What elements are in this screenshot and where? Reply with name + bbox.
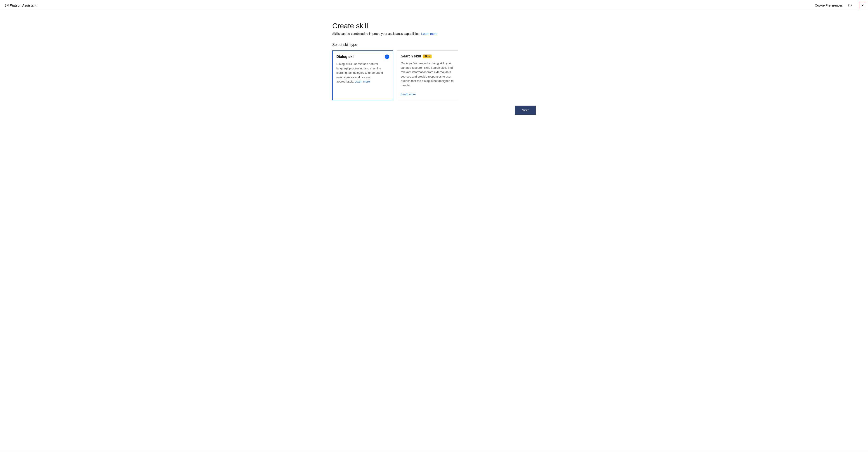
select-skill-label: Select skill type (332, 43, 357, 47)
page-footer (0, 452, 868, 459)
svg-text:?: ? (849, 4, 850, 7)
next-button[interactable]: Next (515, 105, 536, 115)
page-subtitle: Skills can be combined to improve your a… (332, 32, 437, 35)
subtitle-text: Skills can be combined to improve your a… (332, 32, 420, 35)
main-content: Create skill Skills can be combined to i… (332, 11, 536, 115)
skill-cards-container: Dialog skill ✓ Dialog skills use Watson … (332, 51, 536, 100)
dialog-card-title: Dialog skill (336, 55, 355, 59)
product-label: Watson Assistant (10, 4, 36, 7)
header-right-area: Cookie Preferences ? (815, 2, 864, 9)
selected-check-icon: ✓ (385, 55, 389, 59)
search-learn-more-link[interactable]: Learn more (401, 92, 416, 96)
plus-badge: Plus (423, 55, 432, 58)
ibm-label: IBM (4, 4, 9, 7)
modal-close-container: ✕ (859, 2, 866, 9)
app-header: IBM Watson Assistant Cookie Preferences … (0, 0, 868, 11)
header-brand-area: IBM Watson Assistant (4, 4, 36, 7)
search-card-title: Search skill (401, 54, 421, 58)
brand-label: IBM Watson Assistant (4, 4, 36, 7)
close-button[interactable]: ✕ (859, 2, 866, 9)
dialog-learn-more-link[interactable]: Learn more (355, 80, 370, 83)
help-icon-button[interactable]: ? (846, 2, 854, 9)
button-row: Next (332, 105, 536, 115)
search-card-text: Once you've created a dialog skill, you … (401, 61, 454, 87)
learn-more-link-top[interactable]: Learn more (421, 32, 437, 35)
dialog-skill-card[interactable]: Dialog skill ✓ Dialog skills use Watson … (332, 51, 393, 100)
dialog-card-body: Dialog skills use Watson natural languag… (336, 62, 389, 84)
cookie-preferences-button[interactable]: Cookie Preferences (815, 4, 843, 7)
help-icon: ? (848, 4, 852, 7)
dialog-card-header: Dialog skill ✓ (336, 55, 389, 59)
page-title: Create skill (332, 22, 368, 30)
search-card-body: Once you've created a dialog skill, you … (401, 61, 454, 96)
search-card-title-row: Search skill Plus (401, 54, 454, 58)
search-skill-card[interactable]: Search skill Plus Once you've created a … (397, 51, 458, 100)
